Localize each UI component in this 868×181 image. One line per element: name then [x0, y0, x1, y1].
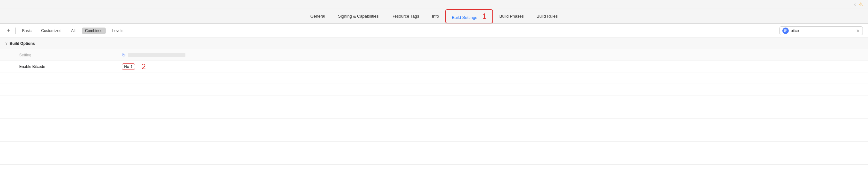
empty-row-8 — [0, 153, 868, 165]
bitcode-select-value: No — [124, 64, 129, 69]
enable-bitcode-label: Enable Bitcode — [19, 64, 122, 69]
refresh-icon[interactable]: ↻ — [122, 52, 126, 58]
empty-row-3 — [0, 96, 868, 107]
tab-signing[interactable]: Signing & Capabilities — [332, 11, 385, 21]
empty-row-4 — [0, 107, 868, 118]
svg-rect-1 — [784, 30, 786, 31]
toolbar: + Basic Customized All Combined Levels ✕ — [0, 24, 868, 38]
filter-combined[interactable]: Combined — [82, 28, 106, 34]
bitcode-select-arrow: ⇕ — [130, 65, 133, 68]
tab-general[interactable]: General — [304, 11, 331, 21]
status-bar: ‹ ⚠ — [0, 0, 868, 9]
toolbar-right: ✕ — [779, 26, 863, 35]
filter-basic[interactable]: Basic — [19, 28, 35, 34]
tab-bar: General Signing & Capabilities Resource … — [0, 9, 868, 24]
annotation-1: 1 — [483, 12, 487, 21]
filter-levels[interactable]: Levels — [109, 28, 127, 34]
setting-col-value: ↻ — [122, 52, 185, 58]
bitcode-value-container: No ⇕ 2 — [122, 62, 146, 71]
svg-rect-0 — [784, 30, 786, 30]
empty-row-5 — [0, 118, 868, 130]
search-icon — [782, 28, 789, 34]
search-clear-button[interactable]: ✕ — [856, 28, 860, 33]
tab-build-settings[interactable]: Build Settings 1 — [445, 9, 493, 24]
warning-icon: ⚠ — [858, 1, 863, 7]
section-chevron[interactable]: ∨ — [5, 41, 8, 45]
tab-resource-tags[interactable]: Resource Tags — [385, 11, 425, 21]
enable-bitcode-row: Enable Bitcode No ⇕ 2 — [0, 61, 868, 72]
chevron-left-icon[interactable]: ‹ — [854, 2, 856, 7]
tab-info[interactable]: Info — [426, 11, 445, 21]
add-button[interactable]: + — [5, 27, 12, 34]
toolbar-divider — [16, 28, 16, 34]
empty-row-7 — [0, 142, 868, 153]
toolbar-left: + Basic Customized All Combined Levels — [5, 27, 776, 34]
section-header: ∨ Build Options — [0, 38, 868, 49]
setting-col-label: Setting — [19, 53, 122, 57]
empty-row-6 — [0, 130, 868, 142]
setting-value-placeholder — [128, 53, 185, 57]
main-content: ∨ Build Options Setting ↻ Enable Bitcode… — [0, 38, 868, 165]
svg-rect-2 — [784, 31, 785, 32]
status-bar-icons: ‹ ⚠ — [854, 1, 863, 7]
setting-header-row: Setting ↻ — [0, 49, 868, 61]
section-title: Build Options — [10, 41, 35, 46]
filter-all[interactable]: All — [68, 28, 79, 34]
filter-customized[interactable]: Customized — [38, 28, 64, 34]
search-box: ✕ — [779, 26, 863, 35]
annotation-2: 2 — [142, 62, 146, 71]
tab-build-phases[interactable]: Build Phases — [493, 11, 530, 21]
empty-row-1 — [0, 72, 868, 84]
empty-row-2 — [0, 84, 868, 96]
tab-build-rules[interactable]: Build Rules — [530, 11, 564, 21]
search-input[interactable] — [791, 29, 854, 33]
enable-bitcode-select[interactable]: No ⇕ — [122, 64, 135, 70]
